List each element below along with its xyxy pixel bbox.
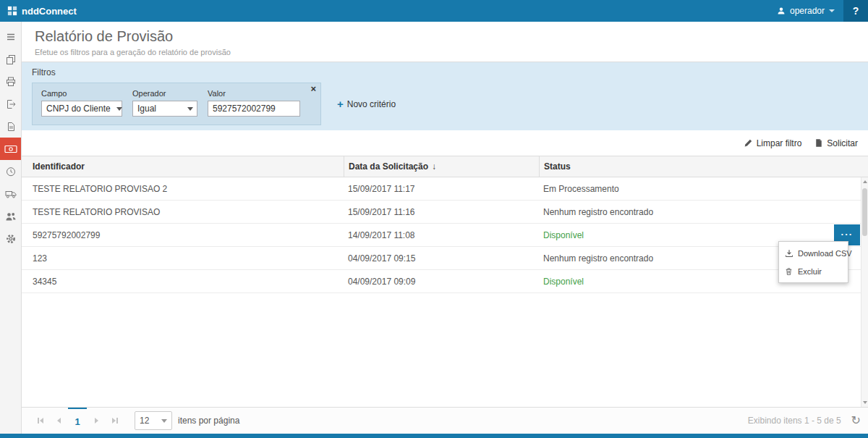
download-icon bbox=[784, 249, 793, 258]
brand-name: nddConnect bbox=[22, 6, 77, 17]
page-size-select[interactable]: 12 bbox=[135, 411, 172, 430]
sidebar-item-document[interactable] bbox=[0, 115, 21, 138]
pencil-icon bbox=[744, 138, 753, 148]
sidebar-item-copy[interactable] bbox=[0, 48, 21, 70]
sidebar-item-history[interactable] bbox=[0, 160, 21, 182]
page-size-value: 12 bbox=[140, 416, 149, 426]
page-header: Relatório de Provisão Efetue os filtros … bbox=[22, 22, 868, 62]
cell-identificador: TESTE RELATORIO PROVISAO bbox=[22, 201, 344, 223]
prev-page-button[interactable] bbox=[49, 408, 68, 434]
pagination-bar: 1 12 itens por página Exibindo itens 1 -… bbox=[22, 407, 868, 434]
column-header-data-label: Data da Solicitação bbox=[349, 161, 428, 172]
menu-item-excluir[interactable]: Excluir bbox=[779, 262, 848, 280]
sidebar-item-truck[interactable] bbox=[0, 182, 21, 205]
scroll-down-icon[interactable] bbox=[863, 401, 867, 404]
page-title: Relatório de Provisão bbox=[35, 28, 855, 45]
new-criterion-label: Novo critério bbox=[347, 99, 396, 109]
cell-data-solicitacao: 04/09/2017 09:15 bbox=[344, 247, 539, 269]
sidebar-item-settings[interactable] bbox=[0, 227, 21, 250]
table-header: Identificador Data da Solicitação ↓ Stat… bbox=[22, 156, 868, 177]
scroll-up-icon[interactable] bbox=[863, 180, 867, 183]
cell-identificador: 123 bbox=[22, 247, 344, 269]
select-arrow-icon bbox=[187, 107, 193, 111]
users-icon bbox=[5, 211, 17, 222]
page-subtitle: Efetue os filtros para a geração do rela… bbox=[35, 48, 855, 56]
topbar: nddConnect operador ? bbox=[0, 0, 868, 22]
menu-item-download-csv[interactable]: Download CSV bbox=[779, 244, 848, 262]
copy-icon bbox=[5, 54, 17, 65]
table-row[interactable]: 5927579200279914/09/2017 11:08Disponível… bbox=[22, 224, 868, 247]
valor-input[interactable] bbox=[208, 101, 300, 117]
bottom-accent-bar bbox=[0, 434, 868, 438]
export-icon bbox=[5, 98, 17, 110]
plus-icon: + bbox=[337, 99, 344, 109]
menu-item-label: Download CSV bbox=[798, 249, 852, 258]
truck-icon bbox=[5, 188, 17, 200]
brand-logo[interactable]: nddConnect bbox=[0, 6, 84, 17]
clear-filter-button[interactable]: Limpar filtro bbox=[744, 138, 802, 148]
campo-select-value: CNPJ do Cliente bbox=[46, 104, 111, 114]
filter-criterion: × Campo CNPJ do Cliente Operador Igual bbox=[32, 83, 321, 125]
cell-status: Nenhum registro encontrado bbox=[539, 201, 868, 223]
sort-desc-icon: ↓ bbox=[432, 161, 436, 172]
settings-icon bbox=[5, 233, 17, 245]
valor-label: Valor bbox=[208, 89, 300, 98]
chevron-down-icon bbox=[829, 9, 835, 12]
column-header-status[interactable]: Status bbox=[539, 156, 868, 177]
menu-icon bbox=[5, 31, 17, 43]
page-number-current[interactable]: 1 bbox=[68, 408, 87, 434]
money-icon bbox=[4, 144, 17, 154]
sidebar bbox=[0, 22, 22, 434]
cell-identificador: TESTE RELATORIO PROVISAO 2 bbox=[22, 177, 344, 200]
request-label: Solicitar bbox=[827, 138, 858, 148]
sidebar-item-users[interactable] bbox=[0, 205, 21, 227]
column-header-identificador[interactable]: Identificador bbox=[22, 156, 344, 177]
vertical-scrollbar[interactable] bbox=[861, 177, 868, 407]
row-context-menu: Download CSV Excluir bbox=[778, 241, 848, 283]
sidebar-item-menu[interactable] bbox=[0, 25, 21, 48]
cell-identificador: 34345 bbox=[22, 270, 344, 292]
new-criterion-button[interactable]: + Novo critério bbox=[337, 99, 396, 109]
user-menu[interactable]: operador bbox=[768, 0, 843, 22]
operador-select-value: Igual bbox=[137, 104, 156, 114]
column-header-data[interactable]: Data da Solicitação ↓ bbox=[344, 156, 539, 177]
cell-status: Em Processamento bbox=[539, 177, 868, 200]
history-icon bbox=[5, 166, 17, 177]
sidebar-item-print[interactable] bbox=[0, 70, 21, 93]
trash-icon bbox=[784, 267, 793, 276]
request-button[interactable]: Solicitar bbox=[814, 138, 858, 148]
table-row[interactable]: TESTE RELATORIO PROVISAO15/09/2017 11:16… bbox=[22, 201, 868, 224]
operador-label: Operador bbox=[132, 89, 197, 98]
campo-label: Campo bbox=[41, 89, 122, 98]
campo-select[interactable]: CNPJ do Cliente bbox=[41, 101, 122, 117]
user-icon bbox=[777, 7, 786, 15]
items-per-page-label: itens por página bbox=[178, 416, 239, 426]
remove-criterion-icon[interactable]: × bbox=[310, 83, 316, 95]
cell-data-solicitacao: 15/09/2017 11:17 bbox=[344, 177, 539, 200]
report-icon bbox=[814, 138, 823, 148]
refresh-icon[interactable]: ↻ bbox=[851, 415, 861, 426]
first-page-button[interactable] bbox=[30, 408, 49, 434]
menu-item-label: Excluir bbox=[798, 267, 822, 276]
document-icon bbox=[5, 121, 17, 132]
grid-logo-icon bbox=[7, 6, 17, 16]
filters-section: Filtros × Campo CNPJ do Cliente Operador bbox=[22, 62, 868, 130]
print-icon bbox=[5, 76, 17, 88]
help-button[interactable]: ? bbox=[843, 0, 868, 22]
sidebar-item-export[interactable] bbox=[0, 93, 21, 115]
next-page-button[interactable] bbox=[87, 408, 106, 434]
table-body: TESTE RELATORIO PROVISAO 215/09/2017 11:… bbox=[22, 177, 868, 293]
sidebar-item-provision-active[interactable] bbox=[0, 138, 21, 160]
operador-select[interactable]: Igual bbox=[132, 101, 197, 117]
pagination-summary: Exibindo itens 1 - 5 de 5 bbox=[748, 416, 841, 426]
table-row[interactable]: 12304/09/2017 09:15Nenhum registro encon… bbox=[22, 247, 868, 270]
select-arrow-icon bbox=[116, 107, 122, 111]
scrollbar-thumb[interactable] bbox=[862, 188, 867, 236]
table-row[interactable]: 3434504/09/2017 09:09Disponível bbox=[22, 270, 868, 293]
cell-data-solicitacao: 15/09/2017 11:16 bbox=[344, 201, 539, 223]
last-page-button[interactable] bbox=[106, 408, 124, 434]
cell-data-solicitacao: 14/09/2017 11:08 bbox=[344, 224, 539, 246]
user-menu-label: operador bbox=[790, 6, 825, 16]
cell-identificador: 59275792002799 bbox=[22, 224, 344, 246]
table-row[interactable]: TESTE RELATORIO PROVISAO 215/09/2017 11:… bbox=[22, 177, 868, 201]
